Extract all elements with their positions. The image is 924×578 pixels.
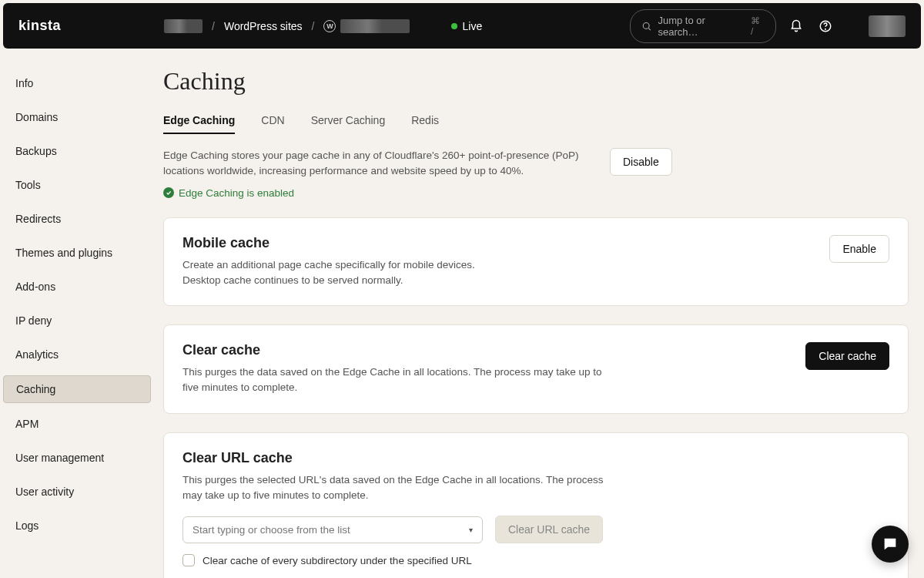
clear-url-cache-desc: This purges the selected URL's data save… — [182, 472, 614, 504]
breadcrumb-separator: / — [212, 20, 215, 32]
sidebar-item-redirects[interactable]: Redirects — [3, 206, 151, 232]
subdirectory-checkbox-label: Clear cache of every subdirectory under … — [203, 555, 472, 566]
sidebar-item-ipdeny[interactable]: IP deny — [3, 307, 151, 334]
url-combobox[interactable]: Start typing or choose from the list ▾ — [182, 516, 483, 543]
sidebar-item-usermgmt[interactable]: User management — [3, 445, 151, 471]
sidebar-item-tools[interactable]: Tools — [3, 172, 151, 198]
status-text: Edge Caching is enabled — [179, 187, 294, 199]
clear-cache-desc: This purges the data saved on the Edge C… — [182, 365, 614, 396]
breadcrumb-placeholder — [164, 19, 203, 33]
chat-icon — [882, 536, 899, 553]
breadcrumb: / WordPress sites / W — [164, 19, 410, 33]
breadcrumb-site[interactable]: W — [323, 19, 410, 33]
edge-caching-status: Edge Caching is enabled — [163, 187, 594, 199]
search-input[interactable]: Jump to or search… ⌘ / — [630, 9, 776, 43]
topbar: kinsta / WordPress sites / W Live Jump t… — [3, 3, 921, 49]
check-circle-icon — [163, 187, 174, 198]
search-placeholder: Jump to or search… — [658, 15, 745, 38]
status-dot-icon — [451, 23, 457, 29]
sidebar-item-themes[interactable]: Themes and plugins — [3, 240, 151, 266]
enable-mobile-cache-button[interactable]: Enable — [829, 235, 889, 263]
sidebar-item-analytics[interactable]: Analytics — [3, 341, 151, 368]
wordpress-icon: W — [323, 20, 336, 32]
tab-server-caching[interactable]: Server Caching — [311, 114, 386, 134]
environment-badge[interactable]: Live — [451, 20, 482, 32]
clear-cache-title: Clear cache — [182, 342, 790, 358]
clear-cache-card: Clear cache This purges the data saved o… — [163, 324, 909, 414]
subdirectory-checkbox-row[interactable]: Clear cache of every subdirectory under … — [182, 554, 889, 566]
breadcrumb-separator: / — [312, 20, 315, 32]
tab-cdn[interactable]: CDN — [261, 114, 284, 134]
disable-edge-caching-button[interactable]: Disable — [610, 148, 672, 176]
mobile-cache-desc-2: Desktop cache continues to be served nor… — [182, 273, 614, 288]
search-shortcut: ⌘ / — [751, 15, 765, 37]
chat-launcher[interactable] — [872, 526, 909, 563]
sidebar-item-apm[interactable]: APM — [3, 411, 151, 437]
clear-cache-button[interactable]: Clear cache — [805, 342, 889, 370]
search-icon — [641, 21, 651, 32]
environment-label: Live — [462, 20, 482, 32]
breadcrumb-wordpress-sites[interactable]: WordPress sites — [224, 20, 303, 32]
bell-icon — [789, 19, 803, 33]
sidebar: Info Domains Backups Tools Redirects The… — [0, 52, 154, 578]
logo: kinsta — [18, 18, 61, 34]
chevron-down-icon: ▾ — [469, 526, 473, 534]
tab-edge-caching[interactable]: Edge Caching — [163, 114, 235, 134]
help-icon — [819, 19, 832, 33]
subdirectory-checkbox[interactable] — [182, 554, 195, 566]
main-content: Caching Edge Caching CDN Server Caching … — [154, 52, 924, 578]
clear-url-cache-card: Clear URL cache This purges the selected… — [163, 432, 909, 579]
sidebar-item-addons[interactable]: Add-ons — [3, 274, 151, 300]
sidebar-item-logs[interactable]: Logs — [3, 512, 151, 539]
svg-point-3 — [825, 29, 826, 29]
notifications-button[interactable] — [787, 17, 805, 35]
help-button[interactable] — [816, 17, 835, 35]
mobile-cache-title: Mobile cache — [182, 235, 814, 251]
mobile-cache-desc-1: Create an additional page cache specific… — [182, 257, 614, 273]
mobile-cache-card: Mobile cache Create an additional page c… — [163, 217, 909, 307]
sidebar-item-domains[interactable]: Domains — [3, 104, 151, 130]
sidebar-item-backups[interactable]: Backups — [3, 138, 151, 164]
account-menu[interactable] — [869, 15, 906, 37]
svg-point-0 — [643, 22, 649, 29]
clear-url-cache-button[interactable]: Clear URL cache — [495, 516, 603, 543]
sidebar-item-useractivity[interactable]: User activity — [3, 479, 151, 505]
sidebar-item-info[interactable]: Info — [3, 70, 151, 96]
url-combobox-placeholder: Start typing or choose from the list — [192, 524, 350, 536]
tabs: Edge Caching CDN Server Caching Redis — [163, 114, 909, 134]
page-title: Caching — [163, 67, 909, 96]
site-name-placeholder — [340, 19, 410, 33]
svg-line-1 — [648, 28, 651, 30]
clear-url-cache-title: Clear URL cache — [182, 450, 889, 466]
sidebar-item-caching[interactable]: Caching — [3, 375, 151, 403]
tab-redis[interactable]: Redis — [411, 114, 439, 134]
edge-caching-description: Edge Caching stores your page cache in a… — [163, 148, 594, 180]
